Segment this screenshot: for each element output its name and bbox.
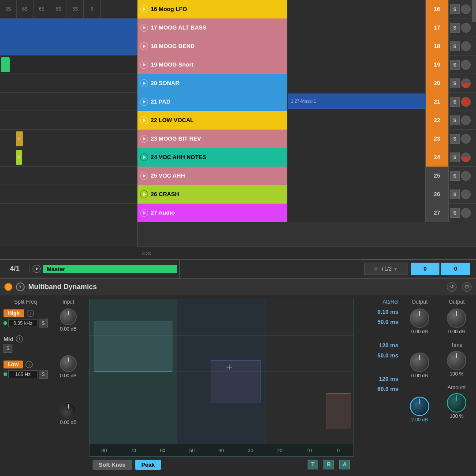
tba-b-button[interactable]: B xyxy=(324,460,334,469)
time-knob[interactable] xyxy=(447,351,466,370)
track-clip-27[interactable] xyxy=(287,204,426,222)
track-play-23[interactable] xyxy=(140,135,148,143)
track-clip-17[interactable] xyxy=(287,19,426,37)
mid-s-btn[interactable]: S xyxy=(4,344,12,353)
track-play-25[interactable] xyxy=(140,172,148,180)
track-name-26[interactable]: 26 CRASH xyxy=(138,185,287,204)
low-freq-value[interactable]: 165 Hz xyxy=(8,370,37,378)
track-name-24[interactable]: 24 VOC AHH NOTES xyxy=(138,148,287,167)
track-rec-20[interactable] xyxy=(461,78,471,88)
plugin-refresh-button[interactable]: ↺ xyxy=(447,282,457,292)
track-s-23[interactable]: S xyxy=(450,134,460,144)
track-rec-22[interactable] xyxy=(461,115,471,125)
track-s-18[interactable]: S xyxy=(450,41,460,51)
track-name-16[interactable]: 16 Moog LFO xyxy=(138,0,287,19)
track-clip-23[interactable] xyxy=(287,130,426,148)
track-name-19[interactable]: 19 MOOG Short xyxy=(138,56,287,74)
track-name-18[interactable]: 18 MOOG BEND xyxy=(138,37,287,56)
track-play-20[interactable] xyxy=(140,79,148,87)
amount-knob[interactable] xyxy=(447,393,466,413)
mini-clip-lime[interactable]: P xyxy=(16,150,22,165)
track-clip-21[interactable]: 1 27-Massi 1 xyxy=(287,93,426,111)
track-clip-24[interactable] xyxy=(287,148,426,167)
track-name-27[interactable]: 27 Audio xyxy=(138,204,287,222)
track-s-16[interactable]: S xyxy=(450,4,460,14)
track-s-24[interactable]: S xyxy=(450,152,460,162)
track-rec-19[interactable] xyxy=(461,60,471,70)
master-vol[interactable]: 0 xyxy=(411,263,439,275)
track-clip-22[interactable] xyxy=(287,111,426,130)
output2-high-knob[interactable] xyxy=(447,309,466,328)
master-clip-area[interactable] xyxy=(180,260,362,278)
plugin-power-button[interactable] xyxy=(4,283,12,291)
high-s-btn[interactable]: S xyxy=(39,319,48,327)
plugin-dropdown-button[interactable]: ▼ xyxy=(16,283,25,291)
high-freq-value[interactable]: 8.35 kHz xyxy=(8,319,37,327)
low-band-info[interactable]: i xyxy=(26,361,33,368)
plugin-save-button[interactable]: ⊡ xyxy=(462,282,472,292)
high-band-button[interactable]: High xyxy=(4,309,24,317)
track-play-17[interactable] xyxy=(140,24,148,32)
track-clip-25[interactable] xyxy=(287,167,426,185)
track-rec-25[interactable] xyxy=(461,171,471,181)
track-name-25[interactable]: 25 VOC AHH xyxy=(138,167,287,185)
track-s-17[interactable]: S xyxy=(450,23,460,33)
track-play-22[interactable] xyxy=(140,116,148,124)
track-play-24[interactable] xyxy=(140,153,148,161)
track-s-20[interactable]: S xyxy=(450,78,460,88)
mid-band-info[interactable]: i xyxy=(16,335,23,342)
track-rec-26[interactable] xyxy=(461,190,471,199)
track-s-21[interactable]: S xyxy=(450,97,460,107)
track-rec-27[interactable] xyxy=(461,208,471,218)
mini-clip-yellow[interactable]: Y xyxy=(16,131,23,146)
track-s-27[interactable]: S xyxy=(450,208,460,218)
track-play-19[interactable] xyxy=(140,61,148,69)
track-name-20[interactable]: 20 SONAR xyxy=(138,74,287,93)
clip-row-blue[interactable] xyxy=(0,19,137,56)
low-band-button[interactable]: Low xyxy=(4,361,23,368)
peak-button[interactable]: Peak xyxy=(135,460,161,470)
track-clip-26[interactable] xyxy=(287,185,426,204)
mini-clip-green[interactable] xyxy=(1,57,10,72)
track-play-26[interactable] xyxy=(140,190,148,198)
track-name-17[interactable]: 17 MOOG ALT BASS xyxy=(138,19,287,37)
track-s-25[interactable]: S xyxy=(450,171,460,181)
track-s-26[interactable]: S xyxy=(450,190,460,199)
track-play-18[interactable] xyxy=(140,42,148,50)
input-high-knob[interactable] xyxy=(60,309,77,325)
master-play-btn[interactable] xyxy=(33,265,41,273)
tba-a-button[interactable]: A xyxy=(339,460,350,469)
track-rec-17[interactable] xyxy=(461,23,471,33)
track-clip-20[interactable] xyxy=(287,74,426,93)
track-rec-18[interactable] xyxy=(461,41,471,51)
track-clip-18[interactable] xyxy=(287,37,426,56)
input-low-knob[interactable] xyxy=(60,402,77,419)
track-rec-16[interactable] xyxy=(461,4,471,14)
clip-row-green[interactable] xyxy=(0,56,137,74)
track-name-23[interactable]: 23 MOOG BIT REV xyxy=(138,130,287,148)
high-band-info[interactable]: i xyxy=(27,310,34,317)
output1-mid-knob[interactable] xyxy=(410,353,429,372)
tba-t-button[interactable]: T xyxy=(308,460,318,469)
cursor-indicator[interactable] xyxy=(227,364,232,370)
track-clip-19[interactable] xyxy=(287,56,426,74)
track-name-22[interactable]: 22 LOW VOCAL xyxy=(138,111,287,130)
track-rec-23[interactable] xyxy=(461,134,471,144)
low-s-btn[interactable]: S xyxy=(39,370,48,379)
track-rec-21[interactable] xyxy=(461,97,471,107)
track-play-16[interactable] xyxy=(140,5,148,13)
track-s-19[interactable]: S xyxy=(450,60,460,70)
output1-high-knob[interactable] xyxy=(410,309,429,328)
master-quantize[interactable]: ⊪ ii 1/2 ▼ xyxy=(364,263,408,275)
track-s-22[interactable]: S xyxy=(450,115,460,125)
input-mid-knob[interactable] xyxy=(60,355,77,372)
output1-low-knob[interactable] xyxy=(410,397,429,416)
track-play-21[interactable] xyxy=(140,98,148,106)
soft-knee-button[interactable]: Soft Knee xyxy=(93,460,132,470)
clip-block-21[interactable]: 1 27-Massi 1 xyxy=(288,93,426,109)
track-play-27[interactable] xyxy=(140,209,148,217)
track-clip-16[interactable] xyxy=(287,0,426,19)
dynamics-display[interactable] xyxy=(89,299,353,444)
track-rec-24[interactable] xyxy=(461,152,471,162)
master-pan[interactable]: 0 xyxy=(441,263,470,275)
